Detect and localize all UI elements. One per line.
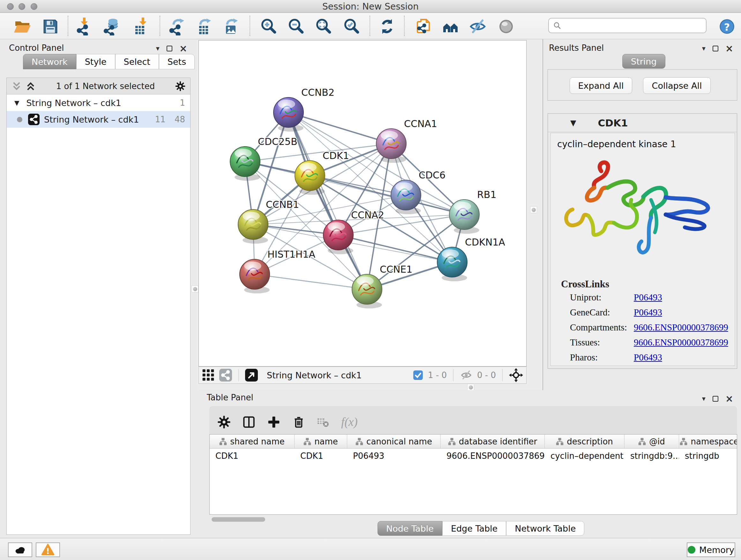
status-bar: Memory (0, 538, 741, 560)
node-CCNB2[interactable]: CCNB2 (273, 87, 334, 132)
panel-menu-icon[interactable]: ▾ (702, 45, 705, 52)
function-builder-icon: f(x) (340, 415, 360, 429)
gear-icon[interactable] (217, 415, 231, 429)
tab-edge-table[interactable]: Edge Table (442, 521, 506, 536)
import-table-file-button[interactable] (131, 17, 150, 36)
node-RB1[interactable]: RB1 (449, 189, 496, 234)
panel-float-icon[interactable] (713, 396, 718, 401)
panel-float-icon[interactable] (166, 46, 172, 51)
crosslink-value-link[interactable]: P06493 (634, 352, 662, 363)
column-header-shared-name[interactable]: shared name (210, 435, 294, 448)
pan-crosshair-icon[interactable] (509, 368, 523, 382)
first-neighbors-button[interactable] (441, 17, 460, 36)
zoom-fit-button[interactable] (314, 17, 333, 36)
node-CDKN1A[interactable]: CDKN1A (437, 237, 505, 281)
right-splitter-handle[interactable] (530, 206, 537, 213)
gear-icon[interactable] (175, 81, 186, 91)
node-CCNE1[interactable]: CCNE1 (352, 264, 412, 308)
collapse-all-icon[interactable] (11, 81, 22, 91)
crosslink-value-link[interactable]: 9606.ENSP00000378699 (634, 337, 728, 348)
panel-close-icon[interactable]: × (725, 394, 733, 403)
tab-string[interactable]: String (622, 54, 665, 69)
export-image-button[interactable] (222, 17, 240, 36)
export-network-button[interactable] (168, 17, 187, 36)
left-splitter-handle[interactable] (192, 286, 199, 293)
expand-all-icon[interactable] (25, 81, 36, 91)
zoom-in-button[interactable] (259, 17, 278, 36)
column-header-database-identifier[interactable]: database identifier (441, 435, 545, 448)
collapse-triangle-icon[interactable]: ▼ (570, 118, 576, 127)
edge-CCNB2-CCNA1[interactable] (288, 112, 391, 144)
search-field[interactable] (548, 18, 706, 33)
tab-node-table[interactable]: Node Table (378, 521, 442, 536)
columns-icon[interactable] (242, 415, 256, 429)
tree-expand-icon[interactable]: ▼ (14, 99, 19, 107)
protein-card-header[interactable]: ▼ CDK1 (548, 114, 737, 132)
network-list-toolbar: 1 of 1 Network selected (7, 78, 190, 95)
hide-selected-button[interactable] (468, 17, 487, 36)
network-tree-row[interactable]: String Network – cdk1 11 48 (7, 111, 190, 128)
memory-button[interactable]: Memory (687, 543, 735, 557)
open-in-window-icon[interactable] (245, 369, 258, 381)
node-CDC25B[interactable]: CDC25B (230, 136, 297, 181)
bottom-splitter-handle[interactable] (467, 384, 474, 391)
help-button[interactable]: ? (718, 17, 736, 36)
edge-HIST1H1A-CCNE1[interactable] (255, 274, 367, 289)
grid-view-icon[interactable] (202, 369, 215, 381)
panel-menu-icon[interactable]: ▾ (156, 45, 159, 52)
new-network-from-selection-icon (414, 17, 432, 36)
crosslink-value-link[interactable]: 9606.ENSP00000378699 (634, 322, 728, 333)
selected-checkbox-icon[interactable] (413, 370, 423, 381)
node-HIST1H1A[interactable]: HIST1H1A (240, 249, 316, 294)
add-column-icon[interactable] (267, 415, 281, 429)
column-type-icon (304, 438, 311, 445)
tab-sets[interactable]: Sets (159, 54, 195, 69)
panel-float-icon[interactable] (713, 46, 718, 51)
network-tree-row[interactable]: ▼ String Network – cdk1 1 (7, 95, 190, 111)
refresh-layout-button[interactable] (378, 17, 396, 36)
tab-style[interactable]: Style (76, 54, 115, 69)
network-canvas[interactable]: CCNB2 CCNA1 CDC25B CDK1 CDC6 RB1 CCNB1 C… (199, 40, 527, 367)
export-table-button[interactable] (195, 17, 213, 36)
panel-close-icon[interactable]: × (725, 44, 733, 53)
save-session-button[interactable] (41, 17, 60, 36)
edge-CCNB2-CCNE1[interactable] (288, 112, 367, 289)
column-header--id[interactable]: @id (624, 435, 679, 448)
zoom-selected-button[interactable] (342, 17, 361, 36)
column-header-description[interactable]: description (545, 435, 624, 448)
node-label-CCNB1: CCNB1 (266, 199, 299, 210)
edge-CCNA2-CDKN1A[interactable] (338, 235, 452, 262)
window-title: Session: New Session (0, 1, 741, 12)
tab-network[interactable]: Network (23, 54, 76, 69)
column-header-namespace[interactable]: namespace (679, 435, 737, 448)
new-network-from-selection-button[interactable] (414, 17, 433, 36)
zoom-out-button[interactable] (287, 17, 306, 36)
node-table[interactable]: shared name name canonical name database… (209, 434, 737, 515)
panel-menu-icon[interactable]: ▾ (702, 395, 705, 402)
scrollbar-thumb[interactable] (212, 517, 265, 522)
warning-status-button[interactable] (36, 543, 60, 557)
open-file-button[interactable] (13, 17, 31, 36)
import-network-database-button[interactable] (103, 17, 121, 36)
crosslink-value-link[interactable]: P06493 (634, 307, 662, 318)
network-share-icon[interactable] (219, 369, 232, 381)
tab-select[interactable]: Select (115, 54, 159, 69)
column-header-canonical-name[interactable]: canonical name (347, 435, 441, 448)
show-all-button[interactable] (497, 17, 515, 36)
search-input[interactable] (564, 21, 702, 30)
collapse-all-button[interactable]: Collapse All (643, 77, 711, 94)
node-CCNA1[interactable]: CCNA1 (376, 118, 437, 163)
import-network-file-button[interactable] (75, 17, 93, 36)
expand-all-button[interactable]: Expand All (569, 77, 632, 94)
table-row[interactable]: CDK1CDK1P064939606.ENSP00000378699cyclin… (210, 449, 737, 464)
column-header-name[interactable]: name (294, 435, 347, 448)
search-icon (553, 21, 562, 30)
selected-count: 1 - 0 (428, 370, 447, 380)
delete-column-icon[interactable] (292, 415, 306, 429)
crosslink-label: Compartments: (570, 322, 634, 333)
crosslink-value-link[interactable]: P06493 (634, 292, 662, 303)
cloud-status-button[interactable] (8, 543, 32, 557)
panel-close-icon[interactable]: × (179, 44, 187, 53)
delete-table-icon (317, 416, 329, 428)
tab-network-table[interactable]: Network Table (506, 521, 584, 536)
